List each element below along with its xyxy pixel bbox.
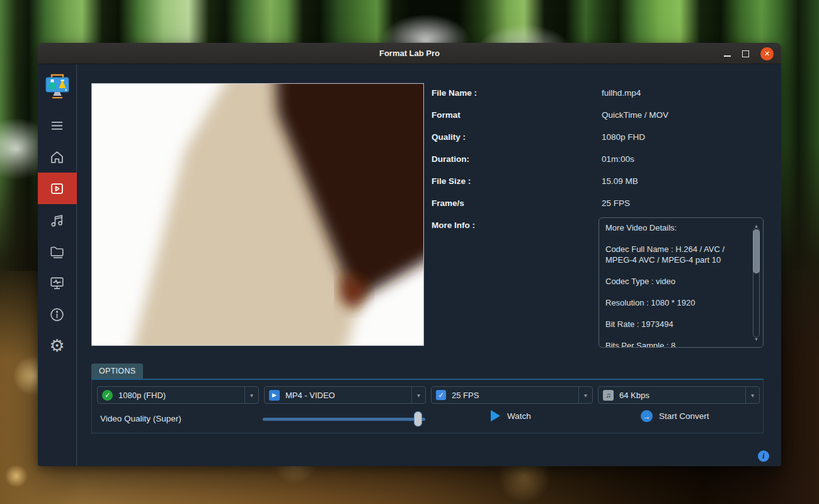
quality-slider-thumb[interactable] <box>414 411 422 427</box>
info-row-format: Format QuickTime / MOV <box>432 110 775 120</box>
video-frame <box>92 84 423 345</box>
more-info-label: More Info : <box>432 220 475 230</box>
play-icon <box>491 410 500 421</box>
more-info-line: Bit Rate : 1973494 <box>605 319 747 329</box>
window-controls: ✕ <box>724 43 774 64</box>
start-convert-label: Start Convert <box>659 411 709 421</box>
info-label: Duration: <box>432 154 602 164</box>
music-note-icon: ♫ <box>603 390 614 401</box>
info-label: Format <box>432 110 602 120</box>
quality-slider-track[interactable] <box>263 418 425 421</box>
folder-icon <box>49 243 66 260</box>
sidebar-item-about[interactable] <box>38 299 77 330</box>
start-convert-button[interactable]: → Start Convert <box>641 410 709 422</box>
scrollbar[interactable]: ▲ ▼ <box>752 220 761 345</box>
close-button[interactable]: ✕ <box>760 47 774 60</box>
info-button[interactable]: i <box>758 450 769 462</box>
fps-dropdown[interactable]: ✓ 25 FPS ▾ <box>431 386 593 404</box>
monitor-activity-icon <box>49 275 66 292</box>
fps-value: 25 FPS <box>452 391 578 400</box>
sidebar-item-audio[interactable] <box>38 204 77 236</box>
format-dropdown[interactable]: ▶ MP4 - VIDEO ▾ <box>264 386 426 404</box>
scroll-down-icon[interactable]: ▼ <box>752 334 761 345</box>
more-info-line: More Video Details: <box>605 222 747 233</box>
info-label: Quality : <box>432 132 602 142</box>
info-row-filename: File Name : fullhd.mp4 <box>432 88 775 98</box>
more-info-line: Codec Full Name : H.264 / AVC / MPEG-4 A… <box>605 244 747 265</box>
info-label: File Size : <box>432 176 602 186</box>
info-row-duration: Duration: 01m:00s <box>432 154 775 164</box>
hamburger-menu-icon <box>49 117 66 134</box>
sidebar-item-menu[interactable] <box>38 110 77 141</box>
minimize-button[interactable] <box>724 50 731 57</box>
watch-button[interactable]: Watch <box>491 410 531 421</box>
music-note-icon <box>49 212 66 229</box>
info-value: 1080p FHD <box>602 132 645 142</box>
watch-label: Watch <box>507 411 531 421</box>
resolution-dropdown[interactable]: ✓ 1080p (FHD) ▾ <box>97 386 259 404</box>
sidebar-item-video[interactable] <box>38 173 77 204</box>
info-value: 25 FPS <box>602 198 630 208</box>
info-value: 15.09 MB <box>602 176 638 186</box>
sidebar-item-settings[interactable]: ⚙ <box>38 330 77 362</box>
window-title: Format Lab Pro <box>379 49 440 58</box>
info-value: QuickTime / MOV <box>602 110 668 120</box>
app-window: Format Lab Pro ✕ <box>38 43 781 466</box>
bitrate-value: 64 Kbps <box>619 391 745 400</box>
titlebar[interactable]: Format Lab Pro ✕ <box>38 43 781 64</box>
options-panel: ✓ 1080p (FHD) ▾ ▶ MP4 - VIDEO ▾ ✓ 25 FPS… <box>91 379 764 433</box>
info-row-framerate: Frame/s 25 FPS <box>432 198 775 208</box>
quality-slider-label: Video Quality (Super) <box>100 414 181 423</box>
check-circle-icon: ✓ <box>102 390 113 401</box>
video-play-icon: ▶ <box>269 390 280 401</box>
arrow-right-icon: → <box>641 410 653 422</box>
chevron-down-icon[interactable]: ▾ <box>411 387 425 403</box>
info-row-quality: Quality : 1080p FHD <box>432 132 775 142</box>
desktop: Format Lab Pro ✕ <box>0 0 819 504</box>
checkbox-icon: ✓ <box>436 390 446 400</box>
chevron-down-icon[interactable]: ▾ <box>745 387 759 403</box>
more-info-line: Resolution : 1080 * 1920 <box>605 297 747 308</box>
quality-slider[interactable] <box>263 411 425 427</box>
tab-options[interactable]: OPTIONS <box>91 364 143 379</box>
video-preview[interactable] <box>91 83 424 346</box>
info-icon <box>49 306 66 323</box>
info-row-filesize: File Size : 15.09 MB <box>432 176 775 186</box>
scrollbar-thumb[interactable] <box>753 229 760 273</box>
maximize-button[interactable] <box>742 50 749 57</box>
sidebar-item-activity[interactable] <box>38 267 77 299</box>
sidebar-item-home[interactable] <box>38 141 77 173</box>
info-label: File Name : <box>432 88 602 98</box>
app-logo-icon <box>38 68 77 106</box>
chevron-down-icon[interactable]: ▾ <box>578 387 592 403</box>
info-label: Frame/s <box>432 198 602 208</box>
more-info-line: Bits Per Sample : 8 <box>605 340 747 348</box>
main-content: File Name : fullhd.mp4 Format QuickTime … <box>77 64 781 466</box>
resolution-value: 1080p (FHD) <box>118 391 244 400</box>
video-player-icon <box>49 180 66 197</box>
info-value: 01m:00s <box>602 154 634 164</box>
info-value: fullhd.mp4 <box>602 88 641 98</box>
gear-icon: ⚙ <box>49 338 64 355</box>
bitrate-dropdown[interactable]: ♫ 64 Kbps ▾ <box>598 386 760 404</box>
home-icon <box>49 149 66 166</box>
chevron-down-icon[interactable]: ▾ <box>244 387 258 403</box>
format-value: MP4 - VIDEO <box>285 391 411 400</box>
sidebar: ⚙ <box>38 64 77 466</box>
more-info-box[interactable]: More Video Details: Codec Full Name : H.… <box>598 217 764 348</box>
sidebar-item-files[interactable] <box>38 236 77 267</box>
more-info-line: Codec Type : video <box>605 276 747 287</box>
